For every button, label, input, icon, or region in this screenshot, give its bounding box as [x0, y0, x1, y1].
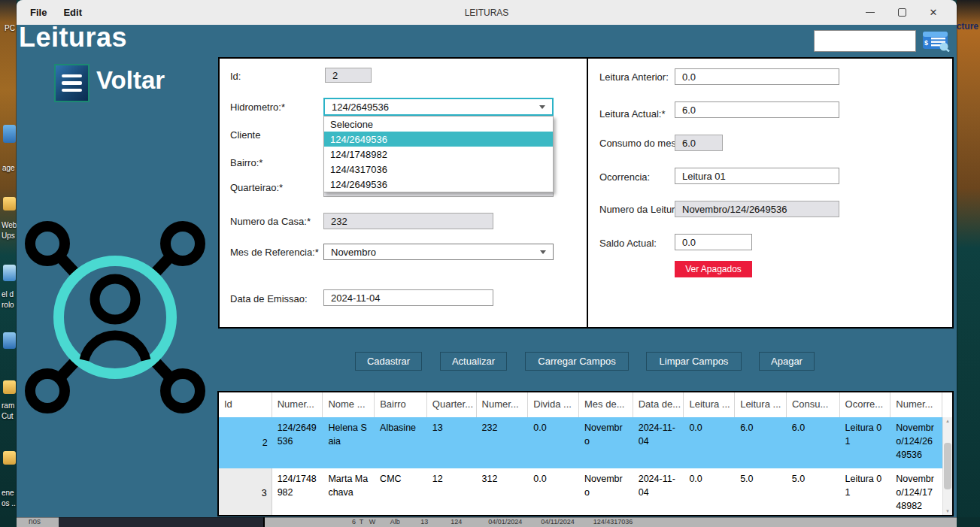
id-field: 2 — [325, 68, 372, 83]
field-label-ocorrencia: Ocorrencia: — [599, 171, 650, 183]
window-body: Voltar Id: — [17, 56, 957, 517]
chevron-down-icon — [539, 105, 545, 109]
desktop-label: Ups — [2, 232, 15, 240]
desktop-label: age — [2, 164, 15, 172]
hidrometro-dropdown-list: Selecione 124/2649536 124/1748982 124/43… — [323, 116, 554, 192]
actualizar-button[interactable]: Actualizar — [440, 352, 507, 371]
dropdown-item[interactable]: 124/4317036 — [324, 162, 553, 177]
ver-apagados-button[interactable]: Ver Apagados — [675, 261, 752, 277]
desktop-edge — [0, 517, 17, 527]
mes-referencia-combobox[interactable]: Novembro — [323, 244, 554, 260]
form-panel: Id: Hidrometro:* Cliente Bairro:* Quarte… — [218, 57, 954, 329]
column-header[interactable]: Divida ... — [528, 392, 579, 417]
screen: PC age Web Ups el d rolo ram Cut ene os … — [0, 0, 980, 527]
close-button[interactable]: ✕ — [918, 0, 949, 25]
leitura-anterior-field[interactable]: 0.0 — [675, 68, 839, 85]
field-label-consumo: Consumo do mes: — [599, 138, 679, 149]
numero-leitura-field: Novembro/124/2649536 — [675, 201, 839, 217]
field-label-data-emissao: Data de Emissao: — [230, 293, 308, 304]
desktop-label: Cut — [2, 412, 14, 420]
desktop-label: ene — [2, 489, 14, 497]
desktop-label: PC — [5, 24, 15, 32]
field-label-mes-referencia: Mes de Referencia:* — [230, 247, 319, 258]
field-label-hidrometro: Hidrometro:* — [230, 101, 285, 113]
column-header[interactable]: Mes de... — [579, 392, 633, 417]
hidrometro-combobox[interactable]: 124/2649536 — [323, 98, 554, 116]
panel-divider — [587, 59, 588, 327]
desktop-label: nos — [29, 517, 41, 525]
column-header[interactable]: Quarter... — [427, 392, 477, 417]
maximize-button[interactable] — [886, 0, 918, 25]
dropdown-item[interactable]: Selecione — [324, 117, 553, 132]
search-input[interactable] — [814, 30, 916, 52]
saldo-actual-field[interactable]: 0.0 — [675, 234, 752, 250]
maximize-icon — [898, 8, 906, 17]
minimize-icon — [866, 12, 875, 13]
background-window-strip: nos 6 T W Alb 13 124 04/01/2024 04/11/20… — [0, 517, 980, 527]
column-header[interactable]: Nome ... — [323, 392, 375, 417]
app-header: Leituras $ — [17, 25, 957, 56]
data-emissao-field[interactable]: 2024-11-04 — [323, 289, 493, 306]
people-network-icon — [17, 209, 214, 426]
column-header[interactable]: Leitura ... — [684, 392, 735, 417]
table-row-selected[interactable]: 2 124/2649536 Helena Saia Albasine 13 23… — [219, 417, 942, 468]
grid-header-row: Id Numer... Nome ... Bairro Quarter... N… — [219, 392, 942, 417]
scroll-up-icon[interactable]: ▲ — [943, 417, 952, 425]
data-grid-content: Id Numer... Nome ... Bairro Quarter... N… — [219, 392, 942, 515]
column-header[interactable]: Numer... — [890, 392, 942, 417]
apagar-button[interactable]: Apagar — [759, 352, 815, 371]
dropdown-item[interactable]: 124/1748982 — [324, 147, 553, 162]
background-table-row: 6 T W Alb 13 124 04/01/2024 04/11/2024 1… — [352, 518, 633, 525]
cadastrar-button[interactable]: Cadastrar — [355, 352, 422, 371]
close-icon: ✕ — [930, 7, 938, 18]
titlebar: File Edit LEITURAS ✕ — [17, 0, 957, 25]
desktop-edge — [957, 517, 980, 527]
scrollbar-thumb[interactable] — [944, 443, 951, 489]
invoice-search-icon[interactable]: $ — [921, 29, 951, 52]
column-header[interactable]: Consu... — [787, 392, 840, 417]
desktop-icon[interactable] — [3, 265, 16, 281]
column-header[interactable]: Leitura ... — [735, 392, 787, 417]
hamburger-icon — [62, 74, 82, 78]
scroll-down-icon[interactable]: ▼ — [943, 507, 952, 515]
back-button-label[interactable]: Voltar — [96, 66, 165, 95]
field-label-numero-casa: Numero da Casa:* — [230, 216, 311, 227]
desktop-label: el d — [2, 290, 14, 298]
column-header[interactable]: Bairro — [375, 392, 427, 417]
column-header[interactable]: Numer... — [477, 392, 529, 417]
svg-text:$: $ — [924, 39, 928, 47]
field-label-saldo-actual: Saldo Actual: — [599, 238, 657, 249]
desktop-label: rolo — [2, 301, 14, 309]
desktop-icon[interactable] — [3, 197, 16, 210]
leitura-actual-field[interactable]: 6.0 — [675, 101, 839, 118]
consumo-field: 6.0 — [675, 135, 723, 151]
desktop-label: Web — [2, 221, 17, 229]
app-window: File Edit LEITURAS ✕ Leituras — [17, 0, 957, 517]
field-label-numero-leitura: Numero da Leitura: — [599, 204, 683, 215]
column-header[interactable]: Numer... — [272, 392, 323, 417]
page-title: Leituras — [19, 22, 127, 53]
desktop-label: ram — [2, 401, 14, 410]
desktop-icon[interactable] — [3, 332, 16, 349]
sidebar: Voltar — [17, 56, 217, 517]
dropdown-item-selected[interactable]: 124/2649536 — [324, 132, 553, 147]
dropdown-item[interactable]: 124/2649536 — [324, 177, 553, 192]
limpar-campos-button[interactable]: Limpar Campos — [646, 352, 742, 371]
column-header[interactable]: Id — [219, 392, 272, 417]
desktop-icon[interactable] — [3, 125, 16, 143]
ocorrencia-field[interactable]: Leitura 01 — [675, 168, 839, 184]
carregar-campos-button[interactable]: Carregar Campos — [525, 352, 629, 371]
table-row[interactable]: 3 124/1748982 Marta Machava CMC 12 312 0… — [219, 468, 942, 515]
data-grid: Id Numer... Nome ... Bairro Quarter... N… — [217, 391, 954, 516]
window-controls: ✕ — [854, 0, 949, 25]
desktop-icon[interactable] — [3, 451, 16, 465]
chevron-down-icon — [540, 250, 546, 254]
column-header[interactable]: Data de... — [633, 392, 684, 417]
column-header[interactable]: Ocorre... — [840, 392, 891, 417]
minimize-button[interactable] — [854, 0, 886, 25]
background-window-fragment — [59, 517, 265, 527]
window-title: LEITURAS — [17, 0, 957, 25]
grid-scrollbar[interactable]: ▲ ▼ — [942, 417, 952, 515]
hamburger-menu-button[interactable] — [54, 64, 90, 102]
desktop-icon[interactable] — [3, 380, 16, 394]
